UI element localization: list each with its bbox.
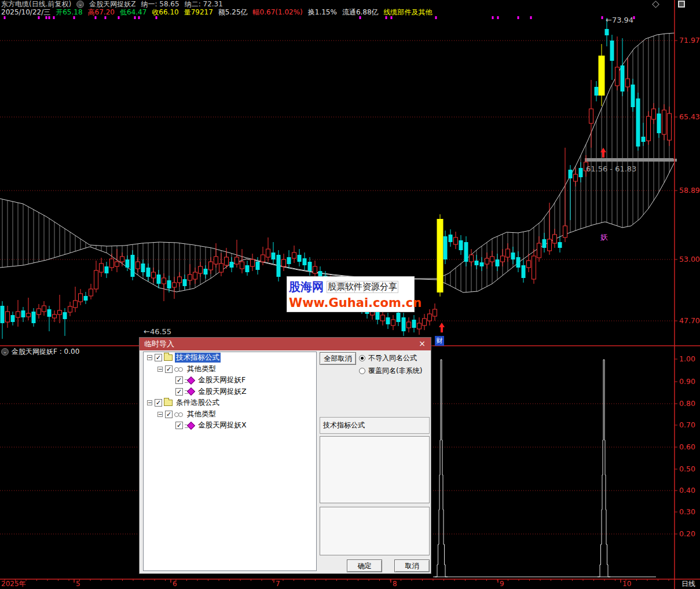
- checkbox[interactable]: ✓: [175, 388, 183, 396]
- candle-up: [391, 320, 395, 325]
- candle-down: [412, 320, 416, 328]
- candle-down: [21, 310, 25, 317]
- cancel-button[interactable]: 取消: [394, 559, 430, 572]
- dialog-title-bar[interactable]: 临时导入 ×: [140, 338, 431, 350]
- radio-off-icon[interactable]: [359, 368, 365, 374]
- expand-collapse-icon[interactable]: −: [157, 367, 163, 372]
- tree-item-label[interactable]: 金股天网捉妖F: [197, 375, 247, 385]
- radio-on-icon[interactable]: [359, 355, 365, 361]
- expand-collapse-icon[interactable]: −: [157, 412, 163, 417]
- tree-row[interactable]: −✓其他类型: [144, 409, 316, 420]
- candle-up: [470, 255, 474, 262]
- candle-up: [120, 257, 124, 262]
- candle-up: [417, 323, 422, 329]
- radio-overwrite-label: 覆盖同名(非系统): [368, 366, 422, 376]
- tree-row[interactable]: ✓金股天网捉妖X: [144, 420, 316, 431]
- formula-detail-box[interactable]: [320, 436, 430, 503]
- tree-row[interactable]: ✓金股天网捉妖F: [144, 375, 316, 386]
- cai-badge[interactable]: 财: [435, 336, 444, 346]
- tree-item-label[interactable]: 其他类型: [186, 364, 217, 374]
- candle-down: [245, 265, 250, 272]
- checkbox[interactable]: ✓: [175, 376, 183, 384]
- candle-down: [298, 255, 302, 262]
- candle-up: [58, 310, 62, 314]
- candle-down: [126, 259, 130, 268]
- cancel-all-button[interactable]: 全部取消: [320, 352, 356, 365]
- candle-up: [188, 275, 192, 280]
- candle-down: [63, 312, 67, 319]
- candle-up: [110, 259, 114, 268]
- dialog-title: 临时导入: [144, 339, 174, 348]
- candle-up: [662, 110, 666, 134]
- tree-item-label[interactable]: 技术指标公式: [175, 353, 221, 363]
- candle-up: [53, 314, 57, 318]
- formula-tree[interactable]: −✓技术指标公式−✓其他类型✓金股天网捉妖F✓金股天网捉妖Z−✓条件选股公式−✓…: [143, 352, 317, 571]
- quote-sector[interactable]: 线缆部件及其他: [384, 8, 433, 17]
- axis-label: 1.00: [679, 354, 695, 363]
- tree-item-label[interactable]: 条件选股公式: [175, 398, 221, 408]
- candle-down: [543, 239, 547, 248]
- checkbox[interactable]: ✓: [175, 422, 183, 429]
- subchart-indicator: [433, 360, 656, 577]
- titlebar-icons: [653, 1, 685, 8]
- candle-up: [485, 258, 489, 264]
- candle-down: [230, 262, 234, 268]
- candle-up: [261, 255, 265, 262]
- candle-down: [610, 41, 614, 61]
- expand-collapse-icon[interactable]: −: [147, 400, 152, 405]
- expand-collapse-icon[interactable]: −: [147, 355, 152, 360]
- candle-down: [386, 317, 390, 324]
- radio-skip-duplicates[interactable]: 不导入同名公式: [359, 353, 417, 363]
- candle-up: [313, 266, 317, 273]
- quote-volume: 量79217: [184, 8, 213, 17]
- candle-up: [37, 309, 41, 314]
- axis-label: 65.43: [679, 112, 700, 121]
- close-icon[interactable]: ×: [417, 338, 427, 350]
- tree-item-label[interactable]: 金股天网捉妖X: [197, 420, 248, 430]
- tree-row[interactable]: −✓技术指标公式: [144, 352, 316, 364]
- candle-up: [193, 272, 197, 279]
- candle-up: [16, 312, 20, 317]
- candle-down: [496, 259, 500, 266]
- folder-icon: [164, 400, 173, 406]
- tree-row[interactable]: −✓其他类型: [144, 364, 316, 375]
- candle-up: [668, 114, 672, 140]
- indicator-spike: [598, 360, 610, 577]
- quote-close: 收66.10: [152, 8, 178, 17]
- axis-label: 0.40: [679, 486, 695, 495]
- tree-row[interactable]: ✓金股天网捉妖Z: [144, 386, 316, 398]
- candle-up: [240, 262, 244, 269]
- checkbox[interactable]: ✓: [165, 411, 173, 418]
- year-label: 2025年: [1, 580, 26, 588]
- ok-button[interactable]: 确定: [347, 559, 382, 572]
- tree-row[interactable]: −✓条件选股公式: [144, 397, 316, 409]
- candle-up: [574, 174, 578, 181]
- diamond-icon[interactable]: [652, 1, 659, 8]
- checkbox[interactable]: ✓: [155, 399, 162, 407]
- envelope-band: [0, 33, 675, 292]
- candle-down: [511, 253, 515, 259]
- tree-item-label[interactable]: 金股天网捉妖Z: [197, 387, 248, 397]
- chevron-down-icon[interactable]: ⌄: [1, 348, 9, 356]
- formula-note-box[interactable]: [320, 507, 430, 555]
- formula-icon: [185, 423, 195, 429]
- candle-up: [490, 257, 494, 262]
- radio-overwrite[interactable]: 覆盖同名(非系统): [359, 366, 422, 376]
- watermark-brand: 股海网: [289, 279, 324, 295]
- period-label: 日线: [681, 580, 695, 588]
- month-label: 10: [622, 580, 631, 588]
- tree-item-label[interactable]: 其他类型: [186, 409, 217, 419]
- candle-down: [569, 170, 573, 178]
- candle-down: [464, 242, 468, 262]
- checkbox[interactable]: ✓: [155, 354, 162, 361]
- candle-down: [397, 313, 401, 322]
- quote-turnover: 换1.15%: [308, 8, 337, 17]
- quote-low: 低64.47: [120, 8, 146, 17]
- candle-up: [115, 262, 119, 266]
- candle-down: [642, 137, 646, 142]
- checkbox[interactable]: ✓: [165, 365, 173, 373]
- candle-up: [506, 249, 510, 257]
- folder-icon: [164, 354, 173, 361]
- candle-down: [272, 253, 276, 259]
- window-icon[interactable]: [678, 1, 685, 8]
